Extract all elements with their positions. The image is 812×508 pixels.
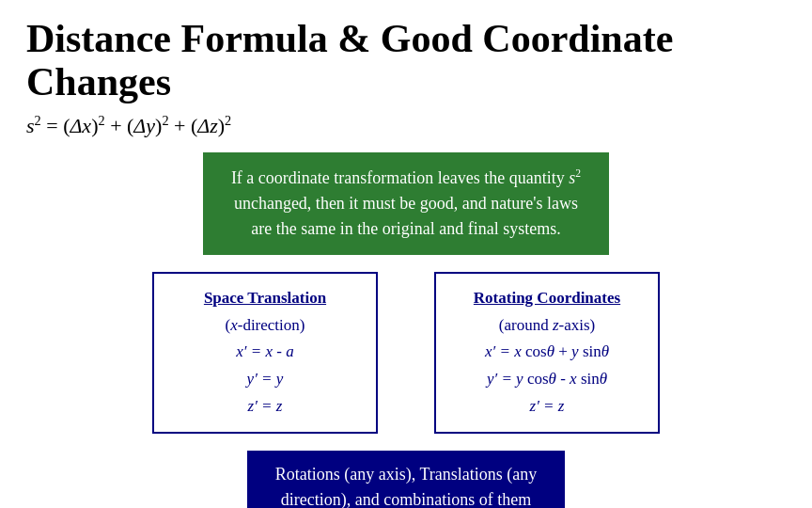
formula-text: s2 = (Δx)2 + (Δy)2 + (Δz)2	[26, 113, 231, 138]
rotating-coordinates-box: Rotating Coordinates (around z-axis) x′ …	[434, 272, 660, 434]
space-translation-title: Space Translation	[171, 285, 359, 312]
rotating-coordinates-line2: y′ = y cosθ - x sinθ	[453, 366, 641, 393]
space-translation-line3: z′ = z	[171, 393, 359, 421]
rotating-coordinates-title: Rotating Coordinates	[453, 285, 641, 312]
bottom-box-line1: Rotations (any axis), Translations (any	[275, 465, 537, 484]
formula-block: s2 = (Δx)2 + (Δy)2 + (Δz)2	[26, 113, 231, 138]
space-translation-subtitle: (x-direction)	[171, 312, 359, 340]
page: Distance Formula & Good Coordinate Chang…	[0, 0, 812, 508]
space-translation-line2: y′ = y	[171, 366, 359, 393]
green-info-box: If a coordinate transformation leaves th…	[203, 152, 609, 255]
green-box-line1: If a coordinate transformation leaves th…	[231, 168, 581, 187]
space-translation-line1: x′ = x - a	[171, 339, 359, 366]
rotating-coordinates-line1: x′ = x cosθ + y sinθ	[453, 339, 641, 366]
space-translation-box: Space Translation (x-direction) x′ = x -…	[152, 272, 378, 434]
bottom-box-line2: direction), and combinations of them	[281, 490, 531, 508]
two-column-section: Space Translation (x-direction) x′ = x -…	[26, 272, 786, 434]
rotating-coordinates-subtitle: (around z-axis)	[453, 312, 641, 340]
page-title: Distance Formula & Good Coordinate Chang…	[26, 17, 786, 103]
green-box-line3: are the same in the original and final s…	[251, 219, 560, 238]
green-box-line2: unchanged, then it must be good, and nat…	[234, 194, 578, 213]
rotating-coordinates-line3: z′ = z	[453, 393, 641, 421]
bottom-info-box: Rotations (any axis), Translations (any …	[247, 451, 565, 508]
